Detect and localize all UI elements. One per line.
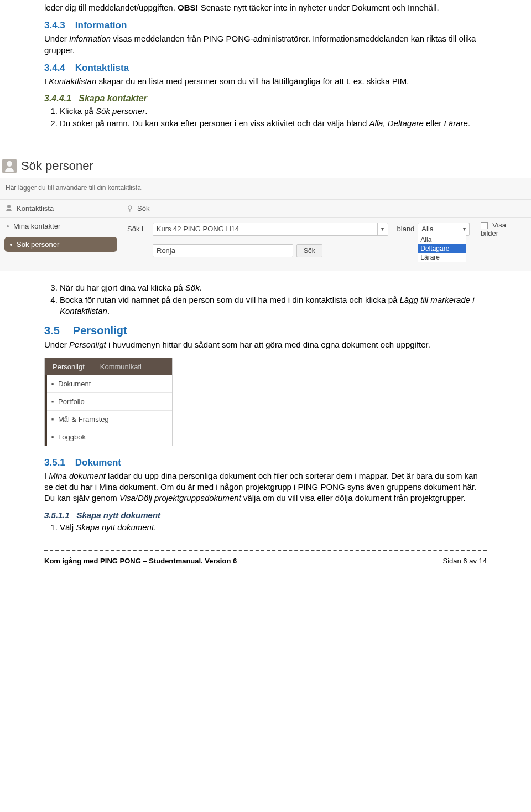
intro-text-c: Senaste nytt täcker inte in nyheter unde… bbox=[199, 3, 439, 12]
sok-personer-panel: Sök personer Här lägger du till användar… bbox=[0, 154, 531, 271]
sidebar-header: Kontaktlista bbox=[0, 200, 122, 218]
sok-main: ⚲ Sök Sök i Kurs 42 PING PONG H14 ▾ blan… bbox=[122, 200, 531, 271]
dropdown-option-alla[interactable]: Alla bbox=[418, 235, 466, 244]
sok-header: Sök personer bbox=[0, 154, 531, 178]
sidebar-header-label: Kontaktlista bbox=[17, 204, 54, 213]
heading-number: 3.5 bbox=[44, 324, 60, 337]
chevron-down-icon: ▾ bbox=[459, 223, 469, 235]
menu-item-dokument[interactable]: ▪Dokument bbox=[47, 375, 172, 393]
sidebar-item-label: Mina kontakter bbox=[13, 222, 60, 230]
sidebar-item-label: Sök personer bbox=[17, 240, 59, 249]
page-footer: Kom igång med PING PONG – Studentmanual.… bbox=[44, 557, 487, 571]
sok-row-2: Ronja Sök bbox=[122, 241, 531, 261]
steps-list-3511: Välj Skapa nytt dokument. bbox=[60, 522, 487, 533]
heading-3-4-3: 3.4.3Information bbox=[44, 20, 487, 31]
dropdown-option-larare[interactable]: Lärare bbox=[418, 253, 466, 262]
list-item: Välj Skapa nytt dokument. bbox=[60, 522, 487, 533]
steps-list-3441-continued: När du har gjort dina val klicka på Sök.… bbox=[60, 282, 487, 317]
sidebar-item-sok-personer[interactable]: Sök personer bbox=[4, 237, 117, 252]
sidebar-item-mina-kontakter[interactable]: Mina kontakter bbox=[0, 218, 122, 235]
heading-3-5-1: 3.5.1Dokument bbox=[44, 457, 487, 468]
section-351-body: I Mina dokument laddar du upp dina perso… bbox=[44, 470, 487, 504]
heading-title: Skapa nytt dokument bbox=[76, 510, 160, 520]
menu-list: ▪Dokument ▪Portfolio ▪Mål & Framsteg ▪Lo… bbox=[45, 375, 172, 446]
heading-title: Dokument bbox=[75, 457, 121, 468]
chevron-down-icon: ▾ bbox=[377, 223, 388, 235]
heading-number: 3.4.3 bbox=[44, 20, 65, 30]
bland-select[interactable]: Alla ▾ bbox=[418, 223, 470, 236]
menu-item-label: Portfolio bbox=[58, 397, 85, 406]
personligt-menu: Personligt Kommunikati ▪Dokument ▪Portfo… bbox=[44, 358, 173, 446]
menu-item-mal-framsteg[interactable]: ▪Mål & Framsteg bbox=[47, 411, 172, 428]
heading-title: Information bbox=[75, 20, 127, 30]
steps-list-3441: Klicka på Sök personer. Du söker på namn… bbox=[60, 106, 487, 130]
heading-3-4-4: 3.4.4Kontaktlista bbox=[44, 63, 487, 74]
footer-divider bbox=[44, 550, 487, 551]
heading-number: 3.4.4 bbox=[44, 63, 65, 73]
list-item: Bocka för rutan vid namnet på den person… bbox=[60, 294, 487, 317]
intro-obs: OBS! bbox=[178, 3, 199, 12]
course-select-value: Kurs 42 PING PONG H14 bbox=[157, 225, 240, 233]
course-select[interactable]: Kurs 42 PING PONG H14 ▾ bbox=[153, 223, 388, 236]
heading-3-4-4-1: 3.4.4.1 Skapa kontakter bbox=[44, 94, 487, 104]
dropdown-option-deltagare[interactable]: Deltagare bbox=[418, 244, 466, 253]
heading-number: 3.5.1 bbox=[44, 457, 65, 468]
menu-item-loggbok[interactable]: ▪Loggbok bbox=[47, 428, 172, 446]
menu-item-label: Dokument bbox=[58, 380, 91, 388]
bullet-icon: ▪ bbox=[50, 415, 55, 423]
list-item: När du har gjort dina val klicka på Sök. bbox=[60, 282, 487, 293]
menu-item-label: Loggbok bbox=[58, 433, 86, 441]
bullet-icon: ▪ bbox=[50, 433, 55, 441]
intro-text-a: leder dig till meddelandet/uppgiften. bbox=[44, 3, 178, 12]
bland-select-value: Alla bbox=[421, 225, 434, 233]
search-input[interactable]: Ronja bbox=[153, 244, 293, 257]
sok-sidebar: Kontaktlista Mina kontakter Sök personer bbox=[0, 200, 122, 271]
sok-main-header-label: Sök bbox=[137, 204, 149, 213]
tab-personligt[interactable]: Personligt bbox=[45, 358, 92, 375]
sok-title: Sök personer bbox=[21, 159, 93, 173]
bullet-icon bbox=[10, 244, 12, 246]
person-icon bbox=[2, 159, 17, 173]
list-item: Du söker på namn. Du kan söka efter pers… bbox=[60, 118, 487, 129]
heading-3-5: 3.5Personligt bbox=[44, 324, 487, 337]
sok-description: Här lägger du till användare till din ko… bbox=[0, 178, 531, 199]
list-item: Klicka på Sök personer. bbox=[60, 106, 487, 117]
tab-kommunikation[interactable]: Kommunikati bbox=[92, 358, 149, 375]
heading-title: Skapa kontakter bbox=[79, 94, 147, 103]
visa-bilder-checkbox[interactable] bbox=[481, 222, 488, 229]
search-button[interactable]: Sök bbox=[296, 244, 322, 257]
menu-item-portfolio[interactable]: ▪Portfolio bbox=[47, 393, 172, 411]
heading-number: 3.5.1.1 bbox=[44, 510, 70, 520]
sok-i-label: Sök i bbox=[127, 225, 149, 233]
intro-paragraph: leder dig till meddelandet/uppgiften. OB… bbox=[44, 2, 487, 13]
footer-right: Sidan 6 av 14 bbox=[442, 557, 487, 565]
bullet-icon: ▪ bbox=[50, 397, 55, 406]
section-344-body: I Kontaktlistan skapar du en lista med p… bbox=[44, 76, 487, 87]
bullet-icon bbox=[7, 225, 9, 227]
bland-label: bland bbox=[397, 225, 415, 233]
sok-row-1: Sök i Kurs 42 PING PONG H14 ▾ bland Alla… bbox=[122, 218, 531, 241]
heading-number: 3.4.4.1 bbox=[44, 94, 71, 103]
menu-item-label: Mål & Framsteg bbox=[58, 415, 109, 423]
heading-3-5-1-1: 3.5.1.1 Skapa nytt dokument bbox=[44, 510, 487, 520]
footer-left: Kom igång med PING PONG – Studentmanual.… bbox=[44, 557, 237, 565]
person-silhouette-icon bbox=[6, 205, 12, 211]
section-343-body: Under Information visas meddelanden från… bbox=[44, 33, 487, 56]
bullet-icon: ▪ bbox=[50, 380, 55, 388]
heading-title: Personligt bbox=[73, 324, 127, 337]
section-35-body: Under Personligt i huvudmenyn hittar du … bbox=[44, 339, 487, 350]
bland-dropdown: Alla Deltagare Lärare bbox=[418, 235, 466, 262]
heading-title: Kontaktlista bbox=[75, 63, 129, 73]
sok-main-header: ⚲ Sök bbox=[122, 200, 531, 218]
search-icon: ⚲ bbox=[127, 204, 133, 213]
menu-tabs: Personligt Kommunikati bbox=[45, 358, 172, 375]
